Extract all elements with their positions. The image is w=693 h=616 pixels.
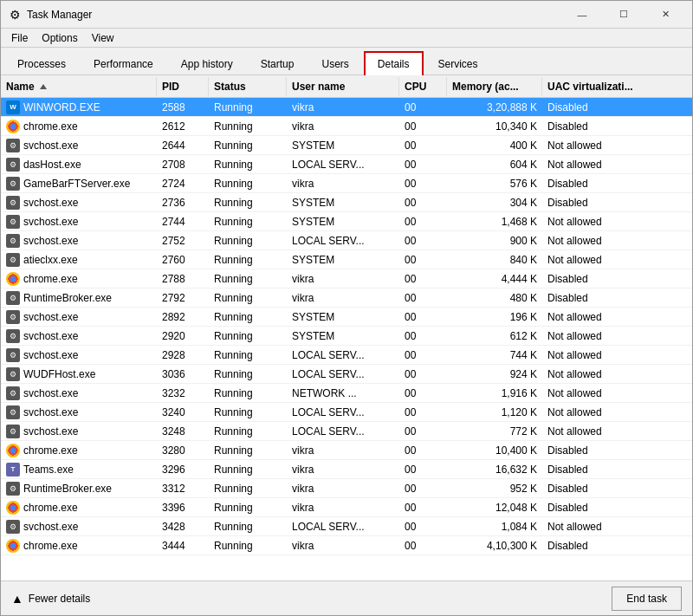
table-row[interactable]: ⚙ dasHost.exe 2708 Running LOCAL SERV...…	[1, 155, 692, 174]
cell-cpu: 00	[399, 519, 447, 535]
tab-details[interactable]: Details	[364, 51, 424, 75]
table-row[interactable]: ⚙ WUDFHost.exe 3036 Running LOCAL SERV..…	[1, 365, 692, 384]
table-row[interactable]: ⚙ svchost.exe 3232 Running NETWORK ... 0…	[1, 384, 692, 403]
table-row[interactable]: ⚙ atieclxx.exe 2760 Running SYSTEM 00 84…	[1, 250, 692, 269]
cell-name: ⚙ dasHost.exe	[1, 156, 157, 173]
cell-memory: 10,340 K	[447, 119, 542, 134]
cell-status: Running	[209, 271, 287, 287]
tab-app-history[interactable]: App history	[168, 52, 246, 75]
cell-memory: 772 K	[447, 424, 542, 439]
cell-memory: 744 K	[447, 347, 542, 363]
cell-uac: Not allowed	[542, 386, 692, 401]
cell-pid: 2724	[157, 176, 209, 191]
cell-status: Running	[209, 157, 287, 172]
col-header-status[interactable]: Status	[209, 77, 287, 96]
cell-uac: Disabled	[542, 271, 692, 287]
cell-name: ⚙ RuntimeBroker.exe	[1, 289, 157, 307]
fewer-details-button[interactable]: ▲ Fewer details	[11, 592, 90, 606]
table-row[interactable]: ⚙ svchost.exe 3240 Running LOCAL SERV...…	[1, 403, 692, 422]
menu-file[interactable]: File	[4, 30, 35, 46]
cell-name: ⚙ svchost.exe	[1, 347, 157, 364]
cell-status: Running	[209, 252, 287, 268]
process-icon: ⚙	[6, 139, 20, 152]
table-row[interactable]: W WINWORD.EXE 2588 Running vikra 00 3,20…	[1, 98, 692, 117]
tab-users[interactable]: Users	[308, 52, 361, 75]
cell-user: vikra	[287, 462, 399, 477]
minimize-button[interactable]: —	[562, 3, 602, 26]
cell-uac: Disabled	[542, 195, 692, 211]
cell-name: ⚙ svchost.exe	[1, 404, 157, 421]
process-icon	[6, 272, 20, 286]
cell-status: Running	[209, 443, 287, 458]
close-button[interactable]: ✕	[645, 3, 685, 26]
table-row[interactable]: ⚙ svchost.exe 2892 Running SYSTEM 00 196…	[1, 308, 692, 327]
table-row[interactable]: ⚙ RuntimeBroker.exe 2792 Running vikra 0…	[1, 289, 692, 308]
cell-pid: 2752	[157, 233, 209, 249]
cell-memory: 480 K	[447, 290, 542, 306]
col-header-uac[interactable]: UAC virtualizati...	[542, 77, 678, 96]
col-header-user[interactable]: User name	[287, 77, 399, 96]
process-icon: ⚙	[6, 234, 20, 248]
col-header-name[interactable]: Name	[1, 77, 157, 96]
cell-user: LOCAL SERV...	[287, 157, 399, 172]
maximize-button[interactable]: ☐	[604, 3, 644, 26]
table-row[interactable]: ⚙ svchost.exe 3428 Running LOCAL SERV...…	[1, 517, 692, 536]
table-row[interactable]: ⚙ svchost.exe 2752 Running LOCAL SERV...…	[1, 231, 692, 250]
cell-status: Running	[209, 519, 287, 535]
process-icon: ⚙	[6, 482, 20, 496]
cell-name: chrome.exe	[1, 537, 157, 554]
cell-name: chrome.exe	[1, 270, 157, 288]
col-header-pid[interactable]: PID	[157, 77, 209, 96]
table-row[interactable]: ⚙ svchost.exe 2644 Running SYSTEM 00 400…	[1, 136, 692, 155]
process-icon: ⚙	[6, 310, 20, 324]
tab-processes[interactable]: Processes	[4, 52, 79, 75]
cell-pid: 2788	[157, 271, 209, 287]
table-row[interactable]: ⚙ svchost.exe 2736 Running SYSTEM 00 304…	[1, 193, 692, 212]
menu-options[interactable]: Options	[35, 30, 84, 46]
cell-uac: Disabled	[542, 100, 692, 115]
table-row[interactable]: chrome.exe 2612 Running vikra 00 10,340 …	[1, 117, 692, 136]
cell-uac: Disabled	[542, 500, 692, 515]
menu-view[interactable]: View	[85, 30, 121, 46]
cell-uac: Disabled	[542, 443, 692, 458]
table-row[interactable]: chrome.exe 2788 Running vikra 00 4,444 K…	[1, 269, 692, 289]
process-icon: ⚙	[6, 405, 20, 419]
table-row[interactable]: ⚙ svchost.exe 2928 Running LOCAL SERV...…	[1, 346, 692, 365]
cell-pid: 2892	[157, 309, 209, 325]
tab-performance[interactable]: Performance	[81, 52, 166, 75]
table-row[interactable]: chrome.exe 3444 Running vikra 00 4,10,30…	[1, 536, 692, 555]
cell-uac: Not allowed	[542, 366, 692, 382]
cell-cpu: 00	[399, 405, 447, 420]
cell-memory: 840 K	[447, 252, 542, 268]
cell-status: Running	[209, 405, 287, 420]
cell-status: Running	[209, 386, 287, 401]
table-row[interactable]: chrome.exe 3280 Running vikra 00 10,400 …	[1, 441, 692, 460]
status-bar: ▲ Fewer details End task	[1, 580, 692, 615]
table-row[interactable]: T Teams.exe 3296 Running vikra 00 16,632…	[1, 460, 692, 479]
cell-pid: 3232	[157, 386, 209, 401]
col-header-cpu[interactable]: CPU	[399, 77, 447, 96]
end-task-button[interactable]: End task	[612, 587, 682, 611]
cell-memory: 1,120 K	[447, 405, 542, 420]
cell-memory: 3,20,888 K	[447, 100, 542, 115]
table-row[interactable]: ⚙ svchost.exe 2920 Running SYSTEM 00 612…	[1, 327, 692, 346]
table-row[interactable]: ⚙ svchost.exe 3248 Running LOCAL SERV...…	[1, 422, 692, 441]
tab-startup[interactable]: Startup	[248, 52, 308, 75]
tab-services[interactable]: Services	[425, 52, 491, 75]
cell-name: ⚙ svchost.exe	[1, 385, 157, 402]
cell-memory: 10,400 K	[447, 443, 542, 458]
table-row[interactable]: chrome.exe 3396 Running vikra 00 12,048 …	[1, 498, 692, 517]
cell-name: ⚙ svchost.exe	[1, 518, 157, 535]
col-header-memory[interactable]: Memory (ac...	[447, 77, 542, 96]
table-row[interactable]: ⚙ svchost.exe 2744 Running SYSTEM 00 1,4…	[1, 212, 692, 231]
cell-cpu: 00	[399, 271, 447, 287]
cell-cpu: 00	[399, 347, 447, 363]
table-row[interactable]: ⚙ RuntimeBroker.exe 3312 Running vikra 0…	[1, 479, 692, 498]
cell-pid: 2708	[157, 157, 209, 172]
cell-memory: 4,444 K	[447, 271, 542, 287]
table-row[interactable]: ⚙ GameBarFTServer.exe 2724 Running vikra…	[1, 174, 692, 193]
cell-memory: 604 K	[447, 157, 542, 172]
cell-user: LOCAL SERV...	[287, 519, 399, 535]
cell-pid: 3036	[157, 366, 209, 382]
cell-uac: Not allowed	[542, 252, 692, 268]
